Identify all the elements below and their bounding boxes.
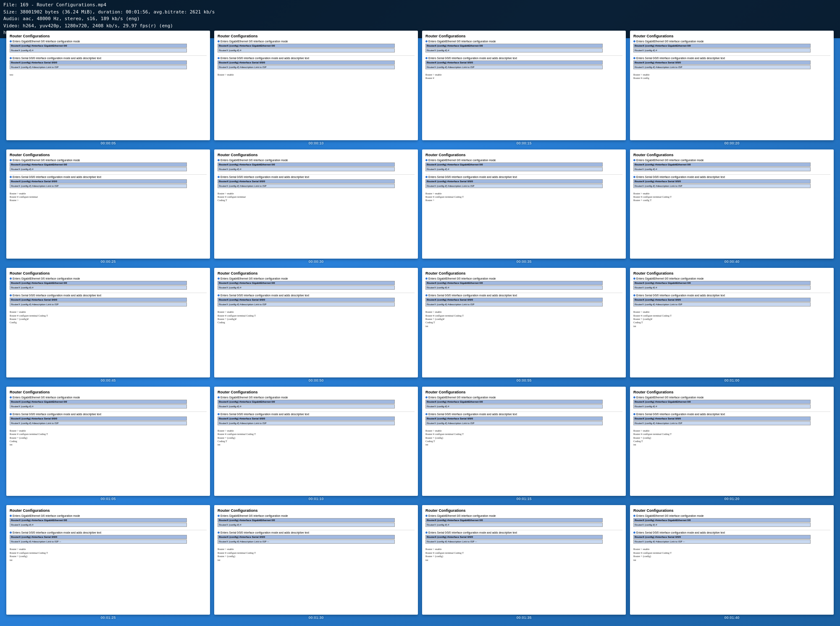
thumb-timestamp-6: 00:00:35 [516,259,531,264]
thumb-bullet-10-0: Enters GigabitEthernet 0/0 interface con… [425,277,622,280]
thumbnail-cell-7[interactable]: Router ConfigurationsEnters GigabitEther… [628,147,836,266]
thumbnail-cell-9[interactable]: Router ConfigurationsEnters GigabitEther… [212,266,420,385]
thumb-input-3-0-1: RouterX (config-if) # [633,48,811,52]
thumbnail-cell-6[interactable]: Router ConfigurationsEnters GigabitEther… [420,147,628,266]
thumb-handwriting-5: Router > enable Router # configure termi… [218,192,415,202]
thumbnail-cell-15[interactable]: Router ConfigurationsEnters GigabitEther… [628,385,836,503]
thumb-input-8-0-0: RouterX (config) #interface GigabitEther… [10,281,187,285]
thumb-input-10-0-0: RouterX (config) #interface GigabitEther… [425,281,603,285]
thumb-input-17-1-1: RouterX (config-if) #description Link to… [218,540,395,544]
thumb-bullet-19-0: Enters GigabitEthernet 0/0 interface con… [633,514,830,517]
thumb-title-12: Router Configurations [10,390,207,394]
thumb-input-9-0-0: RouterX (config) #interface GigabitEther… [218,281,395,285]
thumb-timestamp-18: 00:01:35 [516,616,531,620]
thumb-input-8-1-1: RouterX (config-if) #description Link to… [10,302,187,306]
thumb-handwriting-7: Router > enable Router # configure termi… [633,192,830,202]
thumb-input-11-1-0: RouterX (config) #interface Serial 0/0/0 [633,298,811,302]
thumb-bullet-4-0: Enters GigabitEthernet 0/0 interface con… [10,159,207,162]
thumb-input-4-0-1: RouterX (config-if) # [10,167,187,171]
thumb-input-2-1-1: RouterX (config-if) #description Link to… [425,65,603,69]
thumb-title-15: Router Configurations [633,390,830,394]
thumb-input-0-0-0: RouterX (config) #interface GigabitEther… [10,44,187,48]
thumb-input-5-0-1: RouterX (config-if) # [218,167,395,171]
thumb-input-14-1-0: RouterX (config) #interface Serial 0/0/0 [425,416,603,421]
thumb-title-16: Router Configurations [10,508,207,513]
thumb-bullet-16-0: Enters GigabitEthernet 0/0 interface con… [10,514,207,517]
thumb-bullet-15-1: Enters Serial 0/0/0 interface configurat… [633,413,830,416]
thumbnail-cell-11[interactable]: Router ConfigurationsEnters GigabitEther… [628,266,836,385]
thumb-bullet-5-0: Enters GigabitEthernet 0/0 interface con… [218,159,415,162]
thumbnail-cell-4[interactable]: Router ConfigurationsEnters GigabitEther… [4,147,212,266]
thumb-bullet-14-1: Enters Serial 0/0/0 interface configurat… [425,413,622,416]
thumbnail-cell-19[interactable]: Router ConfigurationsEnters GigabitEther… [628,503,836,622]
file-line1: File: 169 - Router Configurations.mp4 [3,2,837,9]
thumb-input-6-1-0: RouterX (config) #interface Serial 0/0/0 [425,179,603,183]
thumbnail-cell-18[interactable]: Router ConfigurationsEnters GigabitEther… [420,503,628,622]
thumb-title-13: Router Configurations [218,390,415,394]
thumb-input-9-1-0: RouterX (config) #interface Serial 0/0/0 [218,298,395,302]
thumb-handwriting-14: Router > enable Router # configure termi… [425,429,622,447]
thumb-input-15-0-0: RouterX (config) #interface GigabitEther… [633,400,811,404]
thumb-input-17-0-1: RouterX (config-if) # [218,523,395,527]
thumb-timestamp-16: 00:01:25 [100,616,116,620]
thumb-input-4-0-0: RouterX (config) #interface GigabitEther… [10,162,187,167]
thumbnail-cell-8[interactable]: Router ConfigurationsEnters GigabitEther… [4,266,212,385]
thumbnail-cell-17[interactable]: Router ConfigurationsEnters GigabitEther… [212,503,420,622]
thumb-input-5-1-1: RouterX (config-if) #description Link to… [218,184,395,188]
thumbnail-cell-12[interactable]: Router ConfigurationsEnters GigabitEther… [4,385,212,503]
thumb-input-18-1-0: RouterX (config) #interface Serial 0/0/0 [425,535,603,539]
thumbnail-cell-5[interactable]: Router ConfigurationsEnters GigabitEther… [212,147,420,266]
thumb-timestamp-14: 00:01:15 [516,497,531,501]
thumb-title-5: Router Configurations [218,153,415,157]
thumbnail-cell-16[interactable]: Router ConfigurationsEnters GigabitEther… [4,503,212,622]
thumb-input-19-1-0: RouterX (config) #interface Serial 0/0/0 [633,535,811,539]
thumb-bullet-0-0: Enters GigabitEthernet 0/0 interface con… [10,40,207,43]
thumb-handwriting-6: Router > enable Router # configure termi… [425,192,622,202]
thumb-input-5-0-0: RouterX (config) #interface GigabitEther… [218,162,395,167]
thumb-input-10-0-1: RouterX (config-if) # [425,285,603,290]
thumb-timestamp-3: 00:00:20 [724,141,739,145]
thumb-input-16-1-0: RouterX (config) #interface Serial 0/0/0 [10,535,187,539]
thumb-input-1-1-1: RouterX (config-if) #description Link to… [218,65,395,69]
thumbnail-cell-2[interactable]: Router ConfigurationsEnters GigabitEther… [420,29,628,147]
thumb-input-4-1-0: RouterX (config) #interface Serial 0/0/0 [10,179,187,183]
thumb-input-2-0-1: RouterX (config-if) # [425,48,603,52]
thumb-input-6-0-0: RouterX (config) #interface GigabitEther… [425,162,603,167]
thumb-bullet-2-1: Enters Serial 0/0/0 interface configurat… [425,57,622,60]
thumb-title-7: Router Configurations [633,153,830,157]
thumb-bullet-10-1: Enters Serial 0/0/0 interface configurat… [425,294,622,297]
thumb-input-6-1-1: RouterX (config-if) #description Link to… [425,184,603,188]
thumb-handwriting-18: Router > enable Router # configure termi… [425,547,622,562]
thumb-input-3-1-1: RouterX (config-if) #description Link to… [633,65,811,69]
thumb-handwriting-19: Router > enable Router # configure termi… [633,547,830,562]
thumbnail-cell-3[interactable]: Router ConfigurationsEnters GigabitEther… [628,29,836,147]
thumb-input-18-0-0: RouterX (config) #interface GigabitEther… [425,518,603,522]
thumb-bullet-3-1: Enters Serial 0/0/0 interface configurat… [633,57,830,60]
thumb-title-14: Router Configurations [425,390,622,394]
thumb-input-13-0-0: RouterX (config) #interface GigabitEther… [218,400,395,404]
thumb-handwriting-3: Router > enable Router # config [633,73,830,80]
thumb-timestamp-15: 00:01:20 [724,497,739,501]
thumb-bullet-18-0: Enters GigabitEthernet 0/0 interface con… [425,514,622,517]
thumbnail-cell-0[interactable]: Router ConfigurationsEnters GigabitEther… [4,29,212,147]
thumb-bullet-1-0: Enters GigabitEthernet 0/0 interface con… [218,40,415,43]
thumb-title-17: Router Configurations [218,508,415,513]
thumb-bullet-14-0: Enters GigabitEthernet 0/0 interface con… [425,396,622,399]
thumb-handwriting-11: Router > enable Router # configure termi… [633,310,830,328]
thumbnail-cell-10[interactable]: Router ConfigurationsEnters GigabitEther… [420,266,628,385]
thumbnail-cell-14[interactable]: Router ConfigurationsEnters GigabitEther… [420,385,628,503]
thumbnail-cell-1[interactable]: Router ConfigurationsEnters GigabitEther… [212,29,420,147]
thumbnail-cell-13[interactable]: Router ConfigurationsEnters GigabitEther… [212,385,420,503]
thumb-title-9: Router Configurations [218,271,415,275]
thumb-input-1-0-1: RouterX (config-if) # [218,48,395,52]
thumb-bullet-7-1: Enters Serial 0/0/0 interface configurat… [633,175,830,178]
thumb-bullet-1-1: Enters Serial 0/0/0 interface configurat… [218,57,415,60]
thumb-bullet-15-0: Enters GigabitEthernet 0/0 interface con… [633,396,830,399]
thumb-bullet-9-0: Enters GigabitEthernet 0/0 interface con… [218,277,415,280]
thumb-title-11: Router Configurations [633,271,830,275]
thumb-bullet-6-0: Enters GigabitEthernet 0/0 interface con… [425,159,622,162]
thumb-title-10: Router Configurations [425,271,622,275]
thumb-title-8: Router Configurations [10,271,207,275]
thumb-handwriting-17: Router > enable Router # configure termi… [218,547,415,562]
thumb-timestamp-13: 00:01:10 [308,497,323,501]
